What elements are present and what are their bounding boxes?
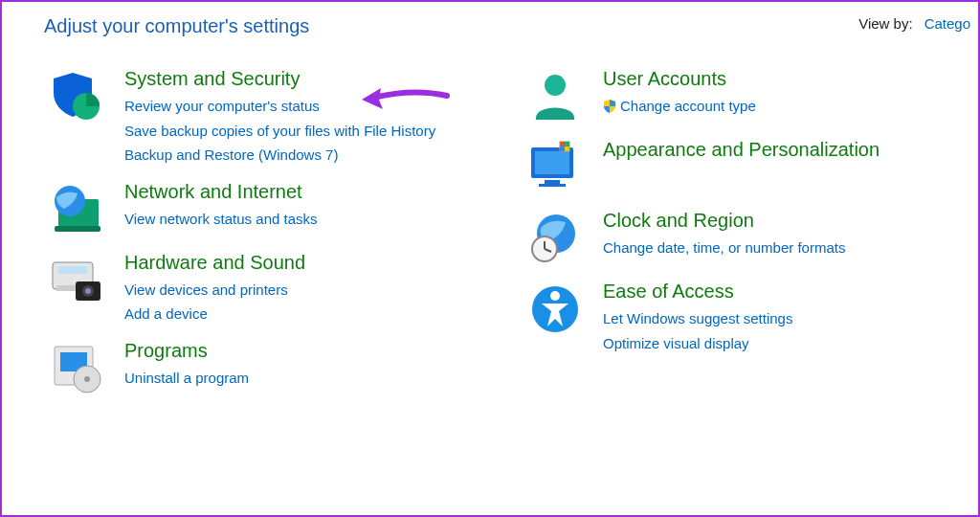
category-title-appearance[interactable]: Appearance and Personalization: [603, 139, 880, 161]
page-title: Adjust your computer's settings: [44, 15, 309, 37]
svg-rect-5: [58, 266, 87, 274]
link-devices-printers[interactable]: View devices and printers: [124, 278, 305, 303]
link-add-device[interactable]: Add a device: [124, 302, 305, 326]
link-backup-restore[interactable]: Backup and Restore (Windows 7): [124, 143, 435, 168]
link-change-account-type[interactable]: Change account type: [603, 94, 756, 119]
category-network: Network and Internet View network status…: [48, 181, 507, 238]
svg-point-13: [84, 376, 90, 382]
svg-rect-17: [545, 180, 560, 184]
link-suggest-settings[interactable]: Let Windows suggest settings: [603, 306, 792, 331]
link-uninstall-program[interactable]: Uninstall a program: [124, 366, 249, 391]
category-title-hardware[interactable]: Hardware and Sound: [124, 252, 305, 274]
link-optimize-visual[interactable]: Optimize visual display: [603, 331, 792, 356]
category-ease-of-access: Ease of Access Let Windows suggest setti…: [526, 281, 947, 355]
view-by-label: View by:: [858, 15, 912, 32]
category-system-security: System and Security Review your computer…: [48, 68, 507, 168]
category-title-network[interactable]: Network and Internet: [124, 181, 302, 203]
monitor-colors-icon: [526, 139, 584, 196]
category-title-programs[interactable]: Programs: [124, 340, 208, 362]
svg-rect-18: [539, 184, 566, 187]
category-user-accounts: User Accounts Change account type: [526, 68, 947, 125]
svg-point-29: [550, 291, 560, 301]
svg-rect-23: [565, 146, 569, 151]
category-clock-region: Clock and Region Change date, time, or n…: [526, 210, 947, 267]
uac-shield-icon: [603, 96, 616, 109]
svg-rect-22: [560, 146, 565, 151]
globe-network-icon: [48, 181, 105, 238]
link-change-date-time[interactable]: Change date, time, or number formats: [603, 236, 845, 260]
category-title-ease-of-access[interactable]: Ease of Access: [603, 281, 734, 303]
link-review-status[interactable]: Review your computer's status: [124, 94, 435, 119]
globe-clock-icon: [526, 210, 584, 267]
category-programs: Programs Uninstall a program: [48, 340, 507, 397]
svg-point-14: [545, 75, 566, 96]
link-file-history[interactable]: Save backup copies of your files with Fi…: [124, 119, 435, 144]
user-icon: [526, 68, 584, 125]
category-title-user-accounts[interactable]: User Accounts: [603, 68, 726, 90]
svg-rect-2: [55, 226, 100, 232]
category-appearance: Appearance and Personalization: [526, 139, 947, 196]
accessibility-icon: [526, 281, 584, 338]
svg-rect-16: [535, 151, 569, 174]
shield-pie-icon: [48, 68, 105, 125]
view-by-value[interactable]: Catego: [924, 15, 970, 32]
svg-rect-20: [560, 142, 565, 146]
category-title-system-security[interactable]: System and Security: [124, 68, 300, 90]
svg-rect-21: [565, 142, 569, 146]
link-network-status[interactable]: View network status and tasks: [124, 207, 318, 232]
printer-camera-icon: [48, 252, 105, 309]
view-by-group: View by: Catego: [858, 15, 970, 32]
svg-point-9: [85, 288, 91, 294]
category-hardware: Hardware and Sound View devices and prin…: [48, 252, 507, 326]
category-title-clock-region[interactable]: Clock and Region: [603, 210, 754, 232]
programs-disc-icon: [48, 340, 105, 397]
